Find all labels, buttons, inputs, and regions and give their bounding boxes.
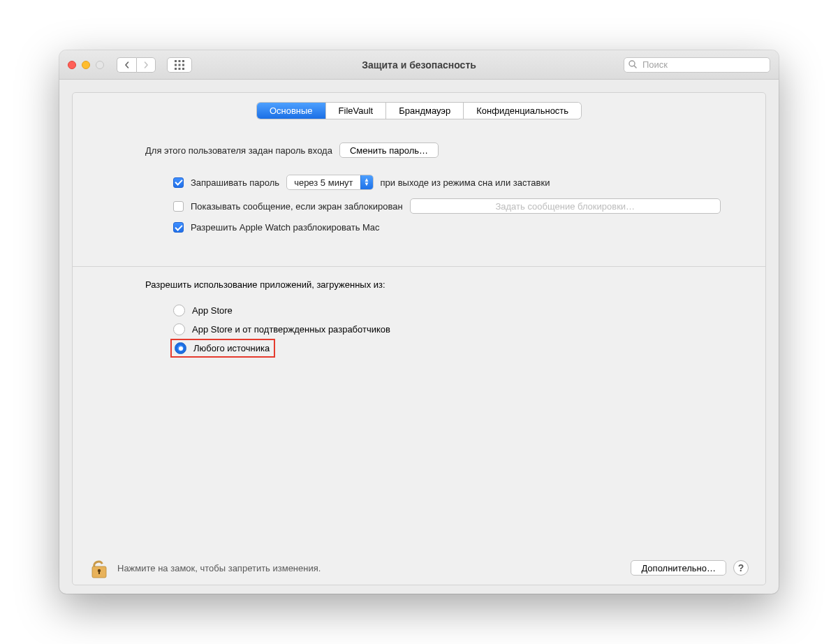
- change-password-button[interactable]: Сменить пароль…: [339, 142, 439, 158]
- forward-button[interactable]: [136, 57, 156, 73]
- svg-rect-7: [179, 68, 181, 70]
- svg-rect-8: [182, 68, 184, 70]
- require-password-checkbox[interactable]: [173, 177, 184, 188]
- main-panel: Основные FileVault Брандмауэр Конфиденци…: [72, 92, 766, 585]
- titlebar: Защита и безопасность: [59, 50, 779, 80]
- search-wrap: [624, 57, 770, 73]
- radio-label: App Store: [192, 305, 233, 316]
- login-password-label: Для этого пользователя задан пароль вход…: [145, 145, 332, 156]
- tab-firewall[interactable]: Брандмауэр: [386, 103, 464, 119]
- show-all-button[interactable]: [167, 57, 192, 73]
- svg-rect-5: [182, 64, 184, 66]
- apple-watch-unlock-checkbox[interactable]: [173, 222, 184, 233]
- dropdown-value: через 5 минут: [287, 177, 360, 188]
- radio-label: Любого источника: [193, 343, 270, 353]
- svg-line-10: [634, 66, 636, 68]
- svg-rect-4: [179, 64, 181, 66]
- svg-rect-1: [179, 60, 181, 62]
- svg-rect-14: [98, 571, 100, 574]
- set-lock-message-button[interactable]: Задать сообщение блокировки…: [410, 198, 721, 214]
- chevron-updown-icon: ▲▼: [360, 175, 373, 189]
- back-button[interactable]: [117, 57, 136, 73]
- minimize-window-button[interactable]: [82, 61, 90, 69]
- show-lock-message-checkbox[interactable]: [173, 201, 184, 212]
- search-input[interactable]: [624, 57, 770, 73]
- tab-privacy[interactable]: Конфиденциальность: [464, 103, 581, 119]
- svg-rect-0: [175, 60, 177, 62]
- tab-bar: Основные FileVault Брандмауэр Конфиденци…: [89, 103, 749, 119]
- footer: Нажмите на замок, чтобы запретить измене…: [89, 551, 749, 579]
- radio-icon: [173, 305, 185, 316]
- grid-icon: [175, 60, 184, 70]
- password-section: Для этого пользователя задан пароль вход…: [89, 142, 749, 241]
- divider: [73, 266, 765, 267]
- radio-label: App Store и от подтвержденных разработчи…: [192, 324, 390, 335]
- radio-anywhere-highlighted[interactable]: Любого источника: [170, 339, 275, 358]
- require-password-delay-dropdown[interactable]: через 5 минут ▲▼: [286, 175, 373, 190]
- advanced-button[interactable]: Дополнительно…: [631, 560, 726, 576]
- svg-rect-3: [175, 64, 177, 66]
- show-lock-message-label: Показывать сообщение, если экран заблоки…: [191, 201, 403, 212]
- radio-icon: [173, 323, 185, 335]
- help-button[interactable]: ?: [733, 560, 749, 576]
- tab-general[interactable]: Основные: [257, 103, 326, 119]
- lock-text: Нажмите на замок, чтобы запретить измене…: [117, 563, 321, 573]
- tab-filevault[interactable]: FileVault: [326, 103, 387, 119]
- allow-apps-heading: Разрешить использование приложений, загр…: [145, 279, 721, 290]
- content: Основные FileVault Брандмауэр Конфиденци…: [59, 80, 779, 594]
- svg-rect-2: [182, 60, 184, 62]
- close-window-button[interactable]: [68, 61, 76, 69]
- svg-rect-6: [175, 68, 177, 70]
- radio-app-store[interactable]: App Store: [145, 301, 721, 320]
- window-controls: [68, 61, 104, 69]
- lock-icon[interactable]: [89, 557, 109, 579]
- require-password-after-label: при выходе из режима сна или заставки: [381, 177, 550, 188]
- nav-back-forward: [117, 57, 156, 73]
- radio-identified-developers[interactable]: App Store и от подтвержденных разработчи…: [145, 320, 721, 339]
- window-title: Защита и безопасность: [362, 59, 476, 71]
- search-icon: [628, 60, 637, 68]
- radio-icon: [175, 342, 186, 354]
- require-password-label: Запрашивать пароль: [191, 177, 279, 188]
- allow-apps-section: Разрешить использование приложений, загр…: [89, 279, 749, 358]
- preferences-window: Защита и безопасность Основные FileVault…: [59, 50, 779, 594]
- zoom-window-button: [96, 61, 104, 69]
- apple-watch-unlock-label: Разрешить Apple Watch разблокировать Mac: [191, 222, 380, 233]
